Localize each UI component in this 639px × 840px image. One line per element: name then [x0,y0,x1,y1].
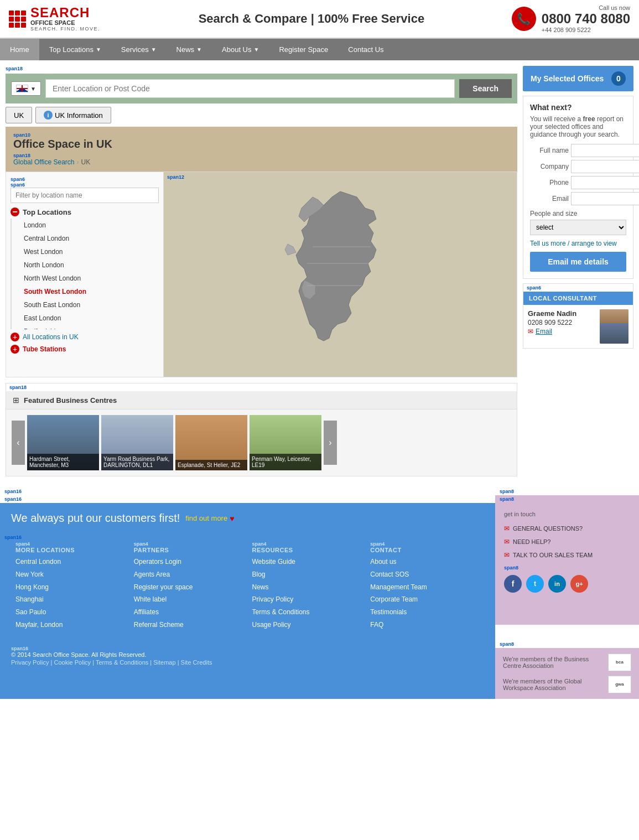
carousel-next-button[interactable]: › [324,421,337,465]
people-select[interactable]: select 1-5 6-10 11-25 26-50 50+ [530,220,626,235]
all-locations-label[interactable]: All Locations in UK [23,333,79,341]
footer-main: span16 span16 We always put our customer… [0,488,639,640]
consultant-email-link[interactable]: Email [536,328,552,335]
footer-link[interactable]: Contact SOS [370,568,480,581]
footer-link[interactable]: Testimonials [370,606,480,619]
contact-general-link[interactable]: ✉ GENERAL QUESTIONS? [504,522,630,535]
footer-col-title-locations: MORE LOCATIONS [15,547,125,553]
nav-register-space[interactable]: Register Space [269,39,338,60]
logo-office-text: OFFICE SPACE [30,19,100,26]
terms-link[interactable]: Terms & Conditions [96,659,148,666]
contact-help-link[interactable]: ✉ NEED HELP? [504,535,630,548]
footer-link[interactable]: Operators Login [134,556,243,568]
flag-dropdown[interactable]: ▼ [11,81,41,96]
footer-link[interactable]: New York [15,568,125,581]
full-name-input[interactable] [571,144,639,157]
social-icons: f t in g+ [504,575,630,593]
page-title: Office Space in UK [13,138,510,151]
phone-primary[interactable]: 0800 740 8080 [542,11,630,27]
nav-services[interactable]: Services ▼ [111,39,167,60]
footer-link[interactable]: Usage Policy [252,619,362,631]
footer-link[interactable]: News [252,581,362,594]
sitemap-link[interactable]: Sitemap [153,659,175,666]
footer-link[interactable]: Corporate Team [370,593,480,606]
googleplus-icon[interactable]: g+ [570,575,588,593]
what-next-title: What next? [530,103,626,112]
list-item[interactable]: West London [24,245,159,258]
carousel-item[interactable]: Hardman Street, Manchester, M3 [27,415,99,470]
breadcrumb-global[interactable]: Global Office Search [13,158,75,166]
contact-sales-link[interactable]: ✉ TALK TO OUR SALES TEAM [504,548,630,562]
footer-link[interactable]: Hong Kong [15,581,125,594]
nav-top-locations[interactable]: Top Locations ▼ [39,39,111,60]
footer-link[interactable]: Management Team [370,581,480,594]
mail-icon: ✉ [528,328,533,335]
call-label: Call us now [542,4,630,11]
nav-about-us[interactable]: About Us ▼ [212,39,269,60]
footer-link[interactable]: Agents Area [134,568,243,581]
span8-label: span8 [495,488,639,495]
list-item[interactable]: Bedfordshire [24,325,159,329]
footer-link[interactable]: FAQ [370,619,480,631]
search-input[interactable] [45,79,455,98]
minus-icon: − [11,208,19,216]
footer-link[interactable]: Mayfair, London [15,619,125,631]
twitter-icon[interactable]: t [526,575,544,593]
carousel-item[interactable]: Penman Way, Leicester, LE19 [250,415,321,470]
list-item[interactable]: South East London [24,298,159,312]
site-credits-link[interactable]: Site Credits [181,659,212,666]
footer-link[interactable]: Affiliates [134,606,243,619]
privacy-policy-link[interactable]: Privacy Policy [11,659,49,666]
carousel-item[interactable]: Esplanade, St Helier, JE2 [175,415,247,470]
footer-link[interactable]: White label [134,593,243,606]
nav-news[interactable]: News ▼ [167,39,212,60]
footer-link[interactable]: Privacy Policy [252,593,362,606]
footer-link[interactable]: Register your space [134,581,243,594]
carousel-item[interactable]: Yarm Road Business Park, DARLINGTON, DL1 [101,415,173,470]
top-locations-title[interactable]: − Top Locations [11,208,159,216]
search-button[interactable]: Search [459,79,512,98]
footer-col-title-contact: CONTACT [370,547,480,553]
carousel-prev-button[interactable]: ‹ [12,421,25,465]
footer-link[interactable]: Shanghai [15,593,125,606]
nav-home[interactable]: Home [0,39,39,60]
phone-input[interactable] [571,176,639,189]
get-in-touch-label: get in touch [504,511,630,517]
list-item[interactable]: London [24,219,159,232]
list-item[interactable]: Central London [24,232,159,245]
footer-link[interactable]: Sao Paulo [15,606,125,619]
footer-link[interactable]: About us [370,556,480,568]
span4-label3: span4 [252,541,362,547]
tube-stations-label[interactable]: Tube Stations [23,345,66,353]
list-item[interactable]: North London [24,258,159,272]
footer-link[interactable]: Referral Scheme [134,619,243,631]
all-locations-link[interactable]: + All Locations in UK [11,333,159,341]
list-item[interactable]: East London [24,312,159,325]
footer-link[interactable]: Terms & Conditions [252,606,362,619]
footer-link[interactable]: Blog [252,568,362,581]
filter-input[interactable] [11,188,159,203]
footer-link[interactable]: Website Guide [252,556,362,568]
facebook-icon[interactable]: f [504,575,522,593]
cookie-policy-link[interactable]: Cookie Policy [54,659,91,666]
tab-uk-info[interactable]: i UK Information [35,107,111,123]
consultant-header: LOCAL CONSULTANT [523,292,633,305]
logo[interactable]: SEARCH OFFICE SPACE SEARCH. FIND. MOVE. [9,6,100,32]
uk-map[interactable] [257,180,423,369]
footer-link[interactable]: Central London [15,556,125,568]
uk-flag [16,85,28,92]
tube-stations-link[interactable]: + Tube Stations [11,345,159,354]
email-input[interactable] [571,192,639,205]
list-item[interactable]: North West London [24,272,159,285]
arrow-icon: ▼ [151,46,157,53]
linkedin-icon[interactable]: in [548,575,566,593]
company-input[interactable] [571,160,639,173]
tab-uk[interactable]: UK [6,107,32,123]
footer-col-locations: span4 MORE LOCATIONS Central London New … [11,541,129,631]
nav-contact-us[interactable]: Contact Us [338,39,393,60]
find-out-more-link[interactable]: find out more ♥ [185,514,234,523]
footer-bottom: span16 © 2014 Search Office Space. All R… [0,640,639,699]
email-me-button[interactable]: Email me details [530,252,626,272]
tell-us-link[interactable]: Tell us more / arrange to view [530,240,626,247]
list-item[interactable]: South West London [24,285,159,298]
